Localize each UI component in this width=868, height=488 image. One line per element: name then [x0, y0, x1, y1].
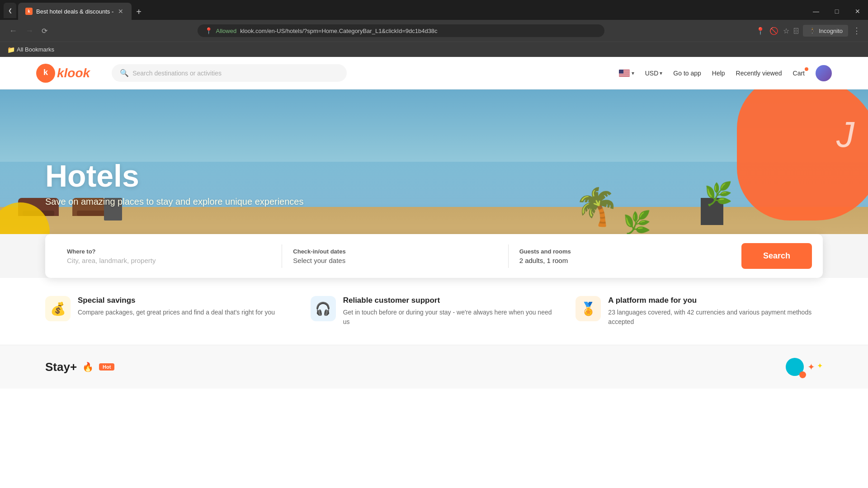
location-icon: 📍 — [205, 27, 212, 34]
forward-btn[interactable]: → — [24, 24, 35, 38]
dates-field[interactable]: Check-in/out dates Select your dates — [282, 244, 508, 268]
bookmarks-label[interactable]: All Bookmarks — [17, 46, 54, 53]
window-close-btn[interactable]: ✕ — [847, 3, 868, 20]
stay-plus-title: Stay+ — [45, 360, 77, 374]
hero-title: Hotels — [45, 159, 303, 193]
klook-logo[interactable]: k klook — [36, 64, 90, 83]
support-icon: 🎧 — [311, 296, 336, 321]
where-to-input[interactable]: City, area, landmark, property — [67, 257, 271, 264]
search-icon: 🔍 — [120, 69, 129, 77]
svg-rect-7 — [619, 75, 630, 75]
address-bar[interactable]: 📍 Allowed klook.com/en-US/hotels/?spm=Ho… — [198, 24, 604, 37]
hero-content: Hotels Save on amazing places to stay an… — [45, 159, 303, 207]
browser-chrome: ❮ k Best hotel deals & discounts - ✕ + —… — [0, 0, 868, 57]
bookmark-star-icon[interactable]: ☆ — [783, 27, 789, 35]
platform-desc: 23 languages covered, with 42 currencies… — [608, 308, 823, 327]
search-placeholder: Search destinations or activities — [132, 70, 222, 77]
currency-label: USD — [645, 70, 659, 77]
recently-viewed-link[interactable]: Recently viewed — [736, 70, 782, 77]
feature-support: 🎧 Reliable customer support Get in touch… — [311, 296, 558, 327]
platform-title: A platform made for you — [608, 296, 823, 305]
active-tab[interactable]: k Best hotel deals & discounts - ✕ — [18, 3, 132, 20]
lang-dropdown-arrow: ▾ — [632, 70, 634, 76]
site-navigation: k klook 🔍 Search destinations or activit… — [0, 57, 868, 89]
cart-link[interactable]: Cart — [793, 69, 805, 77]
stay-plus-section: Stay+ 🔥 Hot ✦ ✦ — [0, 345, 868, 389]
svg-text:k: k — [43, 67, 48, 76]
new-tab-btn[interactable]: + — [132, 4, 146, 20]
support-desc: Get in touch before or during your stay … — [343, 308, 558, 327]
no-camera-icon: 🚫 — [769, 27, 778, 35]
currency-selector[interactable]: USD ▾ — [645, 70, 663, 77]
currency-dropdown-arrow: ▾ — [660, 70, 662, 76]
bookmarks-folder-icon: 📁 — [7, 46, 15, 53]
us-flag-icon — [619, 70, 630, 77]
guests-label: Guests and rooms — [519, 248, 723, 255]
incognito-icon: 🕴 — [808, 27, 816, 34]
guests-field[interactable]: Guests and rooms 2 adults, 1 room — [509, 244, 734, 268]
website-content: k klook 🔍 Search destinations or activit… — [0, 57, 868, 488]
where-to-field[interactable]: Where to? City, area, landmark, property — [56, 244, 282, 268]
savings-desc: Compare packages, get great prices and f… — [78, 308, 275, 317]
hot-badge: Hot — [99, 363, 114, 371]
go-to-app-link[interactable]: Go to app — [673, 70, 701, 77]
refresh-btn[interactable]: ⟳ — [40, 25, 49, 37]
hero-banner: 🌴 🌿 J Hotels Save on amazing places to s… — [0, 89, 868, 252]
window-maximize-btn[interactable]: □ — [826, 3, 847, 20]
incognito-btn[interactable]: 🕴 Incognito — [803, 25, 848, 37]
search-button[interactable]: Search — [741, 243, 812, 269]
location-icon-toolbar: 📍 — [756, 27, 765, 35]
feature-platform: 🏅 A platform made for you 23 languages c… — [576, 296, 823, 327]
svg-rect-9 — [619, 70, 623, 74]
window-minimize-btn[interactable]: — — [806, 3, 826, 20]
user-avatar[interactable] — [816, 65, 832, 81]
feature-savings: 💰 Special savings Compare packages, get … — [45, 296, 292, 327]
cart-dot-badge — [805, 67, 808, 71]
tab-close-btn[interactable]: ✕ — [117, 8, 124, 15]
nav-right-area: ▾ USD ▾ Go to app Help Recently viewed C… — [619, 65, 832, 81]
help-link[interactable]: Help — [712, 70, 725, 77]
more-options-icon[interactable]: ⋮ — [853, 26, 861, 36]
back-btn[interactable]: ← — [7, 24, 19, 38]
svg-rect-6 — [619, 73, 630, 74]
cart-label: Cart — [793, 70, 805, 77]
guests-value[interactable]: 2 adults, 1 room — [519, 257, 723, 264]
language-selector[interactable]: ▾ — [619, 70, 634, 77]
tab-favicon: k — [25, 8, 33, 15]
features-section: 💰 Special savings Compare packages, get … — [0, 278, 868, 345]
savings-icon: 💰 — [45, 296, 71, 321]
svg-rect-8 — [619, 75, 630, 76]
logo-text: klook — [57, 66, 90, 80]
where-to-label: Where to? — [67, 248, 271, 255]
support-title: Reliable customer support — [343, 296, 558, 305]
platform-icon: 🏅 — [576, 296, 601, 321]
dates-label: Check-in/out dates — [293, 248, 497, 255]
tab-chevron-btn[interactable]: ❮ — [4, 3, 16, 18]
allowed-label: Allowed — [216, 28, 237, 34]
hero-subtitle: Save on amazing places to stay and explo… — [45, 197, 303, 207]
tab-title: Best hotel deals & discounts - — [36, 8, 113, 15]
savings-title: Special savings — [78, 296, 275, 305]
url-text: klook.com/en-US/hotels/?spm=Home.Categor… — [240, 28, 597, 34]
nav-search-bar[interactable]: 🔍 Search destinations or activities — [112, 64, 347, 82]
flame-icon: 🔥 — [82, 361, 94, 372]
stay-mascot-area: ✦ ✦ — [786, 358, 823, 376]
sidebar-icon[interactable]: ⌹ — [794, 27, 798, 35]
hotel-search-box: Where to? City, area, landmark, property… — [45, 234, 823, 278]
dates-value[interactable]: Select your dates — [293, 257, 497, 264]
